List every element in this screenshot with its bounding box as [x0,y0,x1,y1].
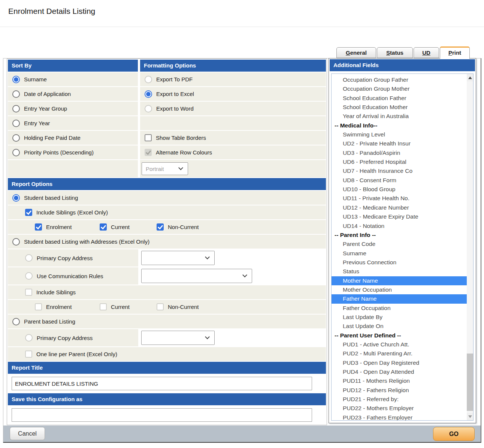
list-item[interactable]: UD14 - Notation [332,222,467,231]
one-line-per-parent-checkbox[interactable] [25,351,32,358]
list-item[interactable]: Father Name [332,294,467,303]
parent-primary-copy-address-select[interactable] [141,331,215,345]
save-configuration-input[interactable] [12,408,312,422]
report-title-input[interactable] [12,377,312,390]
additional-fields-header: Additional Fields [330,59,475,71]
scrollbar-thumb[interactable] [467,354,473,411]
list-item[interactable]: Surname [332,249,467,258]
list-item[interactable]: UD7 - Health Insurance Co [332,166,467,175]
option-row: Use Communication Rules [8,267,326,285]
list-item[interactable]: Mother Occupation [332,285,467,294]
list-group-header[interactable]: -- Medical Info-- [332,121,467,130]
list-item[interactable]: PUD22 - Mothers Employer [332,404,467,413]
chevron-down-icon [205,334,210,339]
list-item[interactable]: UD6 - Preferred Hospital [332,157,467,166]
option-row: Alternate Row Colours [140,145,326,159]
go-button[interactable]: GO [433,427,475,441]
sort-entry-year-radio[interactable] [12,120,20,127]
list-item[interactable]: School Education Mother [332,103,467,112]
parent-primary-copy-address-radio[interactable] [25,334,33,342]
report-options-header: Report Options [8,178,326,190]
list-item[interactable]: PUD12 - Fathers Religion [332,386,467,395]
primary-copy-address-select[interactable] [141,251,215,265]
list-item[interactable]: Last Update On [332,322,467,331]
sort-date-of-application-radio[interactable] [12,90,20,98]
list-group-header[interactable]: -- Parent Info -- [332,231,467,240]
list-item[interactable]: PUD23 - Fathers Employer [332,413,467,420]
siblings2-enrolment-checkbox[interactable] [35,303,42,310]
student-listing-radio[interactable] [12,194,20,202]
communication-rules-select[interactable] [141,269,252,283]
primary-copy-address-radio[interactable] [25,254,33,262]
show-table-borders-checkbox[interactable] [145,134,152,141]
list-item[interactable]: UD10 - Blood Group [332,185,467,194]
list-item[interactable]: Previous Connection [332,258,467,267]
list-item[interactable]: UD13 - Medicare Expiry Date [332,212,467,221]
list-item[interactable]: PUD4 - Open Day Attended [332,367,467,376]
alternate-row-colours-checkbox[interactable] [145,149,152,156]
sort-holding-fee-radio[interactable] [12,134,20,142]
export-pdf-radio[interactable] [145,76,152,83]
orientation-select[interactable]: Portrait [142,162,188,175]
option-row: Export to Excel [140,87,326,101]
siblings2-current-checkbox[interactable] [100,303,107,310]
list-item[interactable]: Last Update By [332,313,467,322]
list-item[interactable]: UD12 - Medicare Number [332,203,467,212]
option-row: Include Siblings [8,285,326,299]
list-item[interactable]: PUD1 - Active Church Att. [332,340,467,349]
export-word-radio[interactable] [145,105,152,112]
tab-general[interactable]: General [336,47,376,58]
list-item[interactable]: PUD21 - Referred by: [332,395,467,404]
sort-by-header: Sort By [8,60,138,72]
list-item[interactable]: Swimming Level [332,130,467,139]
main-container: Sort By Surname Date of Application Entr… [3,58,481,443]
report-title-header: Report Title [8,362,326,374]
additional-fields-list: Occupation Group FatherOccupation Group … [332,74,467,420]
sort-priority-points-radio[interactable] [12,149,20,156]
scrollbar-track[interactable] [467,81,473,413]
page-title: Enrolment Details Listing [8,7,95,16]
list-item[interactable]: Status [332,267,467,276]
tab-ud[interactable]: UD [414,47,439,58]
tab-print[interactable]: Print [440,46,470,59]
scrollbar-up-button[interactable] [467,74,473,81]
siblings-current-checkbox[interactable] [100,223,107,231]
list-item[interactable]: Occupation Group Mother [332,84,467,93]
list-item[interactable]: UD8 - Consent Form [332,176,467,185]
siblings-noncurrent-checkbox[interactable] [157,223,164,231]
sort-surname-radio[interactable] [12,76,20,83]
option-row: Primary Copy Address [8,329,326,346]
list-item[interactable]: Mother Name [332,276,467,285]
siblings-enrolment-checkbox[interactable] [35,223,42,231]
title-divider [0,27,484,27]
list-item[interactable]: PUD11 - Mothers Religion [332,376,467,385]
list-item[interactable]: UD11 - Private Health No. [332,194,467,203]
list-item[interactable]: Father Occupation [332,304,467,313]
student-listing-addresses-radio[interactable] [12,238,20,246]
export-excel-radio[interactable] [145,90,152,98]
scrollbar-down-button[interactable] [467,413,473,420]
list-group-header[interactable]: -- Parent User Defined -- [332,331,467,340]
list-item[interactable]: School Education Father [332,94,467,103]
sort-entry-year-group-radio[interactable] [12,105,20,112]
use-communication-rules-radio[interactable] [25,272,33,280]
list-item[interactable]: PUD3 - Open Day Registered [332,358,467,367]
list-item[interactable]: UD3 - Panadol/Aspirin [332,148,467,157]
option-row: Holding Fee Paid Date [8,131,138,145]
empty-cell [8,160,138,177]
include-siblings-checkbox[interactable] [25,209,32,216]
option-row: Portrait [140,160,326,177]
tab-status[interactable]: Status [377,47,413,58]
option-row: One line per Parent (Excel Only) [8,347,326,361]
list-item[interactable]: Occupation Group Father [332,75,467,84]
list-item[interactable]: UD2 - Private Health Insur [332,139,467,148]
list-item[interactable]: Parent Code [332,240,467,249]
siblings2-noncurrent-checkbox[interactable] [157,303,164,310]
list-item[interactable]: PUD2 - Multi Parenting Arr. [332,349,467,358]
option-row: Primary Copy Address [8,249,326,267]
include-siblings2-checkbox[interactable] [25,289,32,296]
list-item[interactable]: Year of Arrival in Australia [332,112,467,121]
cancel-button[interactable]: Cancel [10,427,45,440]
option-row: Export to Word [140,102,326,115]
parent-listing-radio[interactable] [12,318,20,325]
